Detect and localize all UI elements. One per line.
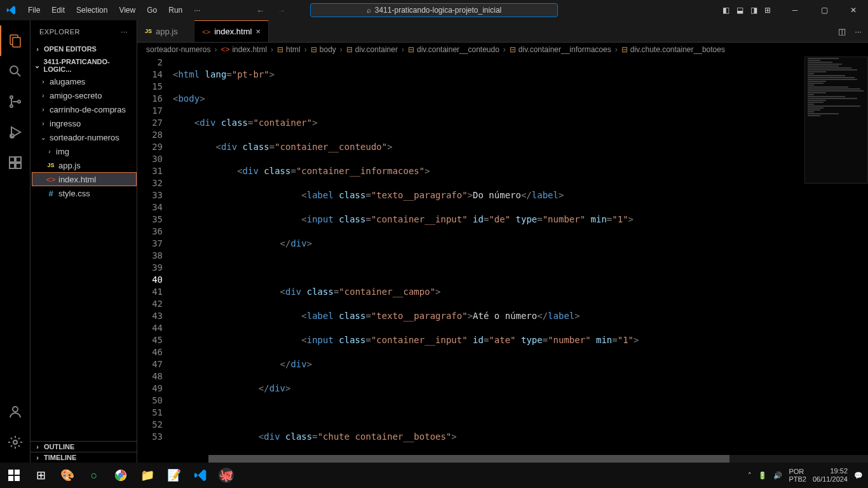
breadcrumb[interactable]: sorteador-numeros› <>index.html› ⊟html› …: [137, 43, 868, 57]
more-actions-icon[interactable]: ···: [855, 27, 862, 36]
explorer-title: EXPLORER: [39, 28, 80, 36]
main-area: EXPLORER ··· ›OPEN EDITORS ⌄3411-PRATICA…: [0, 20, 868, 463]
editor-area: JSapp.js× <>index.html× ◫ ··· sorteador-…: [137, 20, 868, 463]
menu-view[interactable]: View: [114, 3, 140, 17]
activity-extensions[interactable]: [0, 147, 31, 178]
folder-alugames[interactable]: ›alugames: [32, 74, 137, 88]
svg-point-14: [13, 440, 17, 444]
breadcrumb-item[interactable]: div.container: [355, 45, 398, 54]
maximize-button[interactable]: ▢: [810, 0, 839, 20]
activity-settings[interactable]: [0, 427, 31, 458]
svg-point-6: [18, 100, 20, 103]
command-center[interactable]: ⌕ 3411-praticando-logica-projeto_inicial: [310, 3, 558, 17]
sticky-notes-icon[interactable]: 📝: [165, 466, 183, 484]
activity-source-control[interactable]: [0, 86, 31, 117]
toggle-secondary-sidebar-icon[interactable]: ◨: [749, 6, 759, 15]
svg-rect-16: [15, 470, 20, 475]
breadcrumb-item[interactable]: div.container__conteudo: [417, 45, 499, 54]
start-button[interactable]: [5, 466, 23, 484]
tab-index-html[interactable]: <>index.html×: [194, 20, 269, 42]
activity-accounts[interactable]: [0, 396, 31, 427]
tray-notifications-icon[interactable]: 💬: [854, 471, 863, 480]
svg-rect-1: [13, 37, 20, 47]
nav-forward-icon[interactable]: →: [277, 6, 285, 15]
menu-file[interactable]: File: [23, 3, 45, 17]
svg-rect-15: [8, 470, 13, 475]
search-text: 3411-praticando-logica-projeto_inicial: [375, 6, 501, 15]
timeline-section[interactable]: ›TIMELINE: [31, 452, 137, 463]
svg-rect-17: [8, 476, 13, 481]
vscode-logo-icon: [0, 5, 23, 15]
copilot-icon[interactable]: 🎨: [58, 466, 76, 484]
file-tree: ›alugames ›amigo-secreto ›carrinho-de-co…: [31, 74, 137, 200]
folder-img[interactable]: ›img: [32, 144, 137, 158]
tab-app-js[interactable]: JSapp.js×: [137, 20, 194, 42]
toggle-primary-sidebar-icon[interactable]: ◧: [721, 6, 731, 15]
code-editor[interactable]: 2141516172728293031323334353637383940414…: [137, 57, 868, 463]
file-style-css[interactable]: #style.css: [32, 186, 137, 200]
nav-arrows: ← →: [256, 6, 285, 15]
whatsapp-icon[interactable]: ○: [85, 466, 103, 484]
vscode-taskbar-icon[interactable]: [192, 466, 210, 484]
tray-volume-icon[interactable]: 🔊: [773, 471, 782, 480]
open-editors-section[interactable]: ›OPEN EDITORS: [31, 44, 137, 54]
activity-explorer[interactable]: [0, 25, 31, 56]
tab-label: index.html: [214, 27, 252, 36]
folder-sorteador-numeros[interactable]: ⌄sorteador-numeros: [32, 130, 137, 144]
explorer-more-icon[interactable]: ···: [121, 28, 128, 36]
explorer-sidebar: EXPLORER ··· ›OPEN EDITORS ⌄3411-PRATICA…: [31, 20, 137, 463]
menu-run[interactable]: Run: [163, 3, 187, 17]
folder-ingresso[interactable]: ›ingresso: [32, 116, 137, 130]
minimize-button[interactable]: ─: [780, 0, 810, 20]
chrome-icon[interactable]: [112, 466, 130, 484]
svg-point-4: [10, 96, 13, 98]
folder-amigo-secreto[interactable]: ›amigo-secreto: [32, 88, 137, 102]
tray-language[interactable]: PORPTB2: [789, 468, 806, 483]
breadcrumb-item[interactable]: index.html: [232, 45, 267, 54]
customize-layout-icon[interactable]: ⊞: [763, 6, 773, 15]
svg-rect-9: [10, 157, 15, 162]
window-controls: ─ ▢ ✕: [780, 0, 868, 20]
tab-label: app.js: [156, 27, 178, 36]
folder-carrinho-compras[interactable]: ›carrinho-de-compras: [32, 102, 137, 116]
file-app-js[interactable]: JSapp.js: [32, 158, 137, 172]
tray-clock[interactable]: 19:5206/11/2024: [813, 467, 848, 484]
close-button[interactable]: ✕: [839, 0, 868, 20]
editor-actions: ◫ ···: [838, 20, 868, 42]
activity-search[interactable]: [0, 56, 31, 86]
file-explorer-icon[interactable]: 📁: [139, 466, 156, 484]
close-icon[interactable]: ×: [255, 27, 261, 36]
breadcrumb-item[interactable]: html: [286, 45, 301, 54]
minimap[interactable]: [804, 57, 868, 184]
menu-edit[interactable]: Edit: [46, 3, 70, 17]
github-desktop-icon[interactable]: 🐙: [219, 468, 234, 483]
close-icon[interactable]: ×: [182, 27, 187, 36]
code-body[interactable]: <html lang="pt-br"> <body> <div class="c…: [173, 57, 868, 463]
tray-battery-icon[interactable]: 🔋: [758, 471, 767, 480]
svg-rect-12: [16, 157, 21, 162]
project-section[interactable]: ⌄3411-PRATICANDO-LOGIC...: [31, 57, 137, 74]
explorer-header: EXPLORER ···: [31, 20, 137, 43]
menu-selection[interactable]: Selection: [71, 3, 112, 17]
horizontal-scrollbar[interactable]: [208, 455, 868, 463]
svg-point-5: [10, 105, 13, 107]
line-gutter: 2141516172728293031323334353637383940414…: [137, 57, 173, 463]
task-view-icon[interactable]: ⊞: [32, 466, 50, 484]
nav-back-icon[interactable]: ←: [256, 6, 264, 15]
tray-chevron-icon[interactable]: ˄: [748, 471, 752, 480]
breadcrumb-item[interactable]: sorteador-numeros: [146, 45, 210, 54]
file-index-html[interactable]: <>index.html: [32, 172, 137, 186]
activity-bar: [0, 20, 31, 463]
menu-go[interactable]: Go: [142, 3, 162, 17]
outline-section[interactable]: ›OUTLINE: [31, 442, 137, 452]
breadcrumb-item[interactable]: body: [320, 45, 336, 54]
split-editor-icon[interactable]: ◫: [838, 27, 846, 36]
breadcrumb-item[interactable]: div.container__informacoes: [519, 45, 611, 54]
activity-run-debug[interactable]: [0, 117, 31, 147]
titlebar: File Edit Selection View Go Run ··· ← → …: [0, 0, 868, 20]
svg-point-2: [10, 66, 18, 74]
breadcrumb-item[interactable]: div.chute.container__botoes: [630, 45, 725, 54]
scrollbar-thumb[interactable]: [208, 455, 729, 463]
toggle-panel-icon[interactable]: ⬓: [735, 6, 745, 15]
menu-more[interactable]: ···: [189, 3, 205, 17]
